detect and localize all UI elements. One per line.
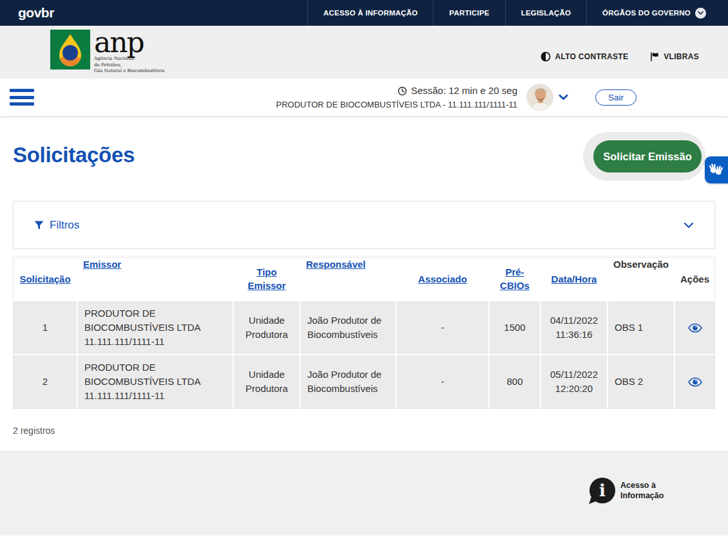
request-emission-container: Solicitar Emissão xyxy=(583,132,705,181)
anp-subtitle: Agência Nacional do Petróleo, Gás Natura… xyxy=(94,56,164,74)
emissor-name: PRODUTOR DE BIOCOMBUSTÍVEIS LTDA xyxy=(84,360,226,389)
cell-emissor: PRODUTOR DE BIOCOMBUSTÍVEIS LTDA 11.111.… xyxy=(78,301,233,354)
cell-acoes xyxy=(675,301,714,354)
filters-chevron-icon[interactable] xyxy=(684,222,694,229)
filters-label: Filtros xyxy=(50,219,79,232)
filters-panel: Filtros xyxy=(13,201,715,249)
sign-language-hands-icon xyxy=(708,162,725,178)
topnav-label: ÓRGÃOS DO GOVERNO xyxy=(602,9,691,17)
topnav-legislacao[interactable]: LEGISLAÇÃO xyxy=(505,0,586,26)
logout-button[interactable]: Sair xyxy=(595,89,637,106)
cell-acoes xyxy=(675,355,714,408)
topnav-orgaos-governo[interactable]: ÓRGÃOS DO GOVERNO xyxy=(586,0,722,26)
anp-wordmark: anp xyxy=(94,31,164,54)
clock-icon xyxy=(398,86,407,96)
session-timer: Sessão: 12 min e 20 seg xyxy=(411,84,517,98)
cell-associado: - xyxy=(397,301,488,354)
cell-associado: - xyxy=(397,355,488,408)
vlibras-label: VLIBRAS xyxy=(664,52,699,61)
requests-table: Solicitação Emissor Tipo Emissor Respons… xyxy=(13,257,715,409)
topnav-label: PARTICIPE xyxy=(449,9,489,17)
menu-hamburger-button[interactable] xyxy=(10,89,34,106)
user-company: PRODUTOR DE BIOCOMBUSTÍVEIS LTDA - 11.11… xyxy=(276,98,517,111)
emissor-doc: 11.111.111/1111-11 xyxy=(84,389,164,403)
anp-logo[interactable]: anp Agência Nacional do Petróleo, Gás Na… xyxy=(50,30,164,74)
cell-data-hora: 05/11/202212:20:20 xyxy=(541,355,607,408)
vlibras-widget-button[interactable] xyxy=(705,156,728,183)
cell-responsavel: João Produtor de Biocombustíveis xyxy=(301,301,396,354)
user-avatar[interactable] xyxy=(526,84,553,111)
session-info: Sessão: 12 min e 20 seg PRODUTOR DE BIOC… xyxy=(276,84,517,111)
emissor-name: PRODUTOR DE BIOCOMBUSTÍVEIS LTDA xyxy=(84,306,226,335)
view-request-button[interactable] xyxy=(685,321,705,335)
cell-tipo-emissor: Unidade Produtora xyxy=(234,301,300,354)
eye-icon xyxy=(688,323,702,333)
flag-icon xyxy=(650,51,660,62)
column-header-data-hora[interactable]: Data/Hora xyxy=(541,257,607,300)
column-header-emissor[interactable]: Emissor xyxy=(78,257,233,300)
info-bubble-icon: i xyxy=(589,478,615,503)
high-contrast-button[interactable]: ALTO CONTRASTE xyxy=(541,51,628,62)
gov-topbar-nav: ACESSO À INFORMAÇÃO PARTICIPE LEGISLAÇÃO… xyxy=(307,0,722,26)
column-header-tipo-emissor[interactable]: Tipo Emissor xyxy=(234,257,300,300)
eye-icon xyxy=(688,377,702,387)
topnav-participe[interactable]: PARTICIPE xyxy=(433,0,504,26)
column-header-associado[interactable]: Associado xyxy=(397,257,488,300)
filter-funnel-icon xyxy=(34,221,44,230)
cell-data-hora: 04/11/202211:36:16 xyxy=(541,301,607,354)
cell-emissor: PRODUTOR DE BIOCOMBUSTÍVEIS LTDA 11.111.… xyxy=(78,355,233,408)
cell-responsavel: João Produtor de Biocombustíveis xyxy=(301,355,396,408)
column-header-responsavel[interactable]: Responsável xyxy=(301,257,396,300)
anp-drop-icon xyxy=(50,30,90,70)
cell-solicitacao: 1 xyxy=(14,301,77,354)
vlibras-button[interactable]: VLIBRAS xyxy=(650,51,699,62)
cell-observacao: OBS 1 xyxy=(608,301,674,354)
view-request-button[interactable] xyxy=(685,375,705,389)
user-menu-chevron[interactable] xyxy=(559,94,568,100)
column-header-acoes: Ações xyxy=(675,257,714,300)
govbr-logo[interactable]: govbr xyxy=(18,5,54,21)
cell-solicitacao: 2 xyxy=(14,355,77,408)
footer-access-info-label: Acesso à Informação xyxy=(620,480,664,501)
cell-pre-cbios: 800 xyxy=(490,355,540,408)
column-header-pre-cbios[interactable]: Pré-CBIOs xyxy=(490,257,540,300)
session-bar: Sessão: 12 min e 20 seg PRODUTOR DE BIOC… xyxy=(0,79,728,116)
gov-topbar: govbr ACESSO À INFORMAÇÃO PARTICIPE LEGI… xyxy=(0,0,728,26)
topnav-acesso-informacao[interactable]: ACESSO À INFORMAÇÃO xyxy=(307,0,433,26)
contrast-icon xyxy=(541,51,551,62)
cell-observacao: OBS 2 xyxy=(608,355,674,408)
cell-tipo-emissor: Unidade Produtora xyxy=(234,355,300,408)
topnav-label: ACESSO À INFORMAÇÃO xyxy=(323,9,417,17)
footer-access-info-link[interactable]: i Acesso à Informação xyxy=(589,478,664,503)
page-footer: i Acesso à Informação xyxy=(0,451,728,536)
filters-toggle[interactable]: Filtros xyxy=(34,219,79,232)
request-emission-button[interactable]: Solicitar Emissão xyxy=(593,140,702,173)
column-header-solicitacao[interactable]: Solicitação xyxy=(14,257,77,300)
records-count: 2 registros xyxy=(13,425,715,449)
cell-pre-cbios: 1500 xyxy=(490,301,540,354)
high-contrast-label: ALTO CONTRASTE xyxy=(555,52,628,61)
column-header-observacao: Observação xyxy=(608,257,674,300)
agency-header: anp Agência Nacional do Petróleo, Gás Na… xyxy=(0,26,728,79)
main-content: Solicitações Solicitar Emissão xyxy=(0,116,728,451)
emissor-doc: 11.111.111/1111-11 xyxy=(84,335,164,349)
topnav-label: LEGISLAÇÃO xyxy=(521,9,571,17)
chevron-down-icon xyxy=(695,8,706,19)
